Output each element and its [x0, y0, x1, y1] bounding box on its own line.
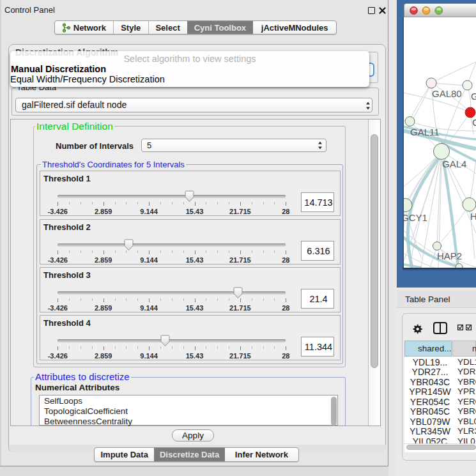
- svg-text:H: H: [470, 211, 476, 222]
- svg-text:GCY1: GCY1: [404, 212, 427, 223]
- svg-text:GAL11: GAL11: [410, 127, 440, 137]
- svg-text:GAL4: GAL4: [442, 158, 466, 169]
- svg-text:G.: G.: [471, 91, 476, 102]
- svg-text:GAL80: GAL80: [432, 88, 462, 99]
- svg-text:HAP2: HAP2: [437, 250, 462, 261]
- svg-text:C: C: [472, 117, 476, 128]
